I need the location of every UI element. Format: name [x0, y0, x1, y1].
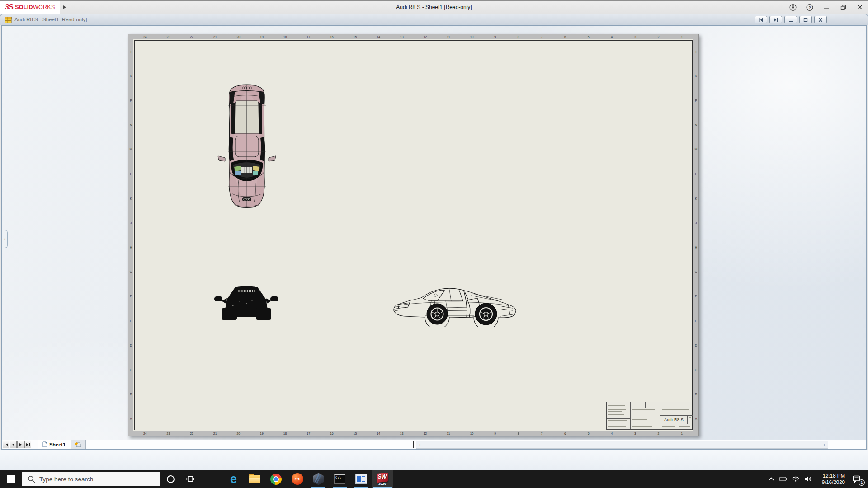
- command-prompt-icon: C:\_: [334, 474, 345, 484]
- ruler-zone-number: 23: [157, 431, 180, 436]
- search-input[interactable]: [39, 476, 143, 483]
- ruler-zone-number: 6: [553, 34, 577, 39]
- help-button[interactable]: ?: [806, 4, 813, 11]
- ruler-zone-number: 18: [274, 431, 297, 436]
- pane-splitter[interactable]: [413, 441, 414, 448]
- restore-button[interactable]: [840, 4, 847, 11]
- doc-close-icon: [817, 17, 824, 23]
- ruler-zone-letter: K: [693, 186, 698, 211]
- doc-restore-button[interactable]: [799, 16, 812, 23]
- next-sheet-button[interactable]: [17, 441, 24, 448]
- solidworks-logo[interactable]: 3S SOLIDWORKS: [0, 1, 60, 14]
- sheet-page-icon: [42, 441, 47, 447]
- ruler-zone-number: 22: [180, 431, 203, 436]
- ruler-zone-number: 20: [227, 34, 250, 39]
- drawing-sheet[interactable]: 242322212019181716151413121110987654321 …: [128, 34, 699, 436]
- volume-status[interactable]: [802, 470, 814, 488]
- first-sheet-button[interactable]: [3, 441, 9, 448]
- wifi-status[interactable]: [789, 470, 802, 488]
- add-sheet-icon: [75, 441, 82, 447]
- speaker-icon: [804, 475, 812, 483]
- tab-sheet1[interactable]: Sheet1: [38, 440, 70, 449]
- menu-flyout-arrow-icon[interactable]: [63, 5, 66, 9]
- ruler-zone-letter: E: [128, 309, 133, 333]
- document-window-controls: [755, 16, 827, 23]
- ruler-zone-letter: P: [128, 88, 133, 113]
- drawing-viewport[interactable]: ‹ 24232221201918171615141312111098765432…: [1, 25, 867, 450]
- minimize-button[interactable]: [823, 4, 830, 11]
- edge-icon: e: [230, 473, 237, 485]
- clock-time: 12:18 PM: [816, 473, 845, 479]
- account-button[interactable]: [789, 4, 797, 11]
- doc-close-button[interactable]: [814, 16, 827, 23]
- chrome-icon: [270, 474, 282, 485]
- pane-right-button[interactable]: [769, 16, 782, 23]
- ruler-top: 242322212019181716151413121110987654321: [133, 34, 693, 39]
- svg-text:?: ?: [808, 5, 811, 9]
- ruler-zone-letter: K: [128, 186, 133, 211]
- horizontal-scrollbar[interactable]: ‹ ›: [416, 441, 828, 449]
- mirror-left: [214, 296, 222, 301]
- ruler-zone-letter: F: [693, 284, 698, 309]
- doc-minimize-button[interactable]: [784, 16, 797, 23]
- scroll-right-arrow[interactable]: ›: [821, 441, 828, 448]
- ruler-zone-number: 13: [390, 431, 414, 436]
- ruler-zone-number: 6: [553, 431, 577, 436]
- app-titlebar: Audi R8 S - Sheet1 [Read-only] 3S SOLIDW…: [0, 0, 868, 14]
- ruler-zone-number: 24: [133, 431, 157, 436]
- last-sheet-button[interactable]: [24, 441, 31, 448]
- ruler-zone-number: 10: [460, 34, 484, 39]
- mirror-right: [270, 296, 278, 301]
- drawing-view-front[interactable]: [212, 283, 281, 327]
- pane-left-button[interactable]: [755, 16, 767, 23]
- drawing-view-side[interactable]: [392, 285, 524, 327]
- doc-restore-icon: [802, 17, 809, 23]
- edge-app-button[interactable]: e: [223, 470, 244, 488]
- action-center-button[interactable]: 1: [847, 470, 866, 488]
- reference-pane-handle[interactable]: ‹: [2, 230, 8, 248]
- ruler-zone-letter: B: [128, 382, 133, 407]
- taskbar: e ✂ C:\_ SW 2020: [0, 470, 868, 488]
- scissors-app-button[interactable]: ✂: [287, 470, 308, 488]
- system-tray: 12:18 PM 9/16/2020 1: [765, 470, 868, 488]
- start-button[interactable]: [0, 470, 22, 488]
- clock-date: 9/16/2020: [816, 479, 845, 485]
- chrome-app-button[interactable]: [265, 470, 287, 488]
- close-button[interactable]: [856, 4, 863, 11]
- prev-sheet-button[interactable]: [10, 441, 17, 448]
- solidworks-app-button[interactable]: SW 2020: [372, 470, 393, 488]
- add-sheet-tab[interactable]: [71, 440, 86, 449]
- ruler-zone-number: 20: [227, 431, 250, 436]
- window-controls: ?: [789, 1, 863, 14]
- ruler-zone-number: 14: [367, 34, 390, 39]
- drawing-view-top[interactable]: [217, 84, 277, 210]
- battery-status[interactable]: [777, 470, 789, 488]
- tray-overflow-button[interactable]: [765, 470, 777, 488]
- command-prompt-button[interactable]: C:\_: [329, 470, 350, 488]
- wifi-icon: [792, 475, 800, 483]
- taskbar-search-box[interactable]: [22, 472, 160, 486]
- taskbar-clock[interactable]: 12:18 PM 9/16/2020: [814, 473, 847, 485]
- sheet-paper[interactable]: Audi R8 S: [133, 39, 693, 431]
- hexagon-app-button[interactable]: [308, 470, 329, 488]
- screen: Audi R8 S - Sheet1 [Read-only] 3S SOLIDW…: [0, 0, 868, 488]
- ruler-zone-letter: C: [693, 357, 698, 382]
- task-view-button[interactable]: [180, 470, 200, 488]
- solidworks-icon: SW 2020: [375, 473, 390, 485]
- ruler-zone-number: 10: [460, 431, 484, 436]
- cortana-icon: [167, 475, 175, 483]
- ruler-zone-letter: H: [693, 235, 698, 260]
- ruler-zone-number: 5: [577, 34, 600, 39]
- ruler-zone-letter: N: [693, 113, 698, 137]
- ruler-zone-number: 13: [390, 34, 414, 39]
- ruler-zone-number: 12: [414, 431, 437, 436]
- ruler-zone-number: 11: [437, 34, 460, 39]
- ruler-zone-letter: D: [693, 333, 698, 357]
- app-window-button[interactable]: [350, 470, 372, 488]
- file-explorer-button[interactable]: [244, 470, 265, 488]
- ruler-zone-number: 3: [623, 34, 647, 39]
- scroll-left-arrow[interactable]: ‹: [416, 441, 424, 448]
- cortana-button[interactable]: [160, 470, 180, 488]
- title-block[interactable]: Audi R8 S: [606, 402, 692, 430]
- close-icon: [857, 4, 863, 10]
